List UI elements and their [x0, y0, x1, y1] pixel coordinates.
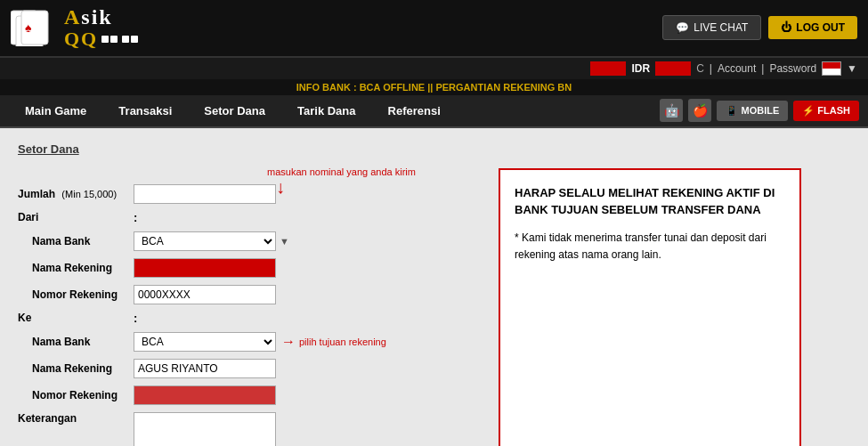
main-content: Setor Dana masukan nominal yang anda kir… [0, 128, 868, 446]
ke-rekening-label: Nama Rekening [18, 362, 134, 375]
section-title: Setor Dana [18, 142, 850, 156]
nav-setor-dana[interactable]: Setor Dana [188, 95, 281, 126]
dari-nomor-row: Nomor Rekening 0000XXXX [18, 285, 481, 304]
ke-bank-label: Nama Bank [18, 336, 134, 348]
dari-rekening-label: Nama Rekening [18, 262, 134, 274]
dari-row: Dari : [18, 211, 481, 224]
ke-rekening-row: Nama Rekening AGUS RIYANTO [18, 359, 481, 378]
idr-block: IDR C | Account | Password ▼ [590, 61, 857, 76]
svg-text:♠: ♠ [25, 20, 32, 35]
dari-bank-label: Nama Bank [18, 235, 134, 247]
ke-hint-area: → pilih tujuan rekening [281, 334, 386, 350]
hint-top-area: masukan nominal yang anda kirim ↓ [267, 166, 416, 177]
form-right-panel: HARAP SELALU MELIHAT REKENING AKTIF DI B… [499, 168, 801, 446]
livechat-label: LIVE CHAT [694, 21, 748, 34]
keterangan-label: Keterangan [18, 412, 134, 425]
dari-bank-select[interactable]: BCA [134, 231, 276, 251]
refresh-icon[interactable]: C [696, 62, 704, 75]
power-icon: ⏻ [781, 21, 791, 34]
form-area: masukan nominal yang anda kirim ↓ Jumlah… [18, 168, 850, 446]
dari-label: Dari [18, 211, 134, 223]
logo-text: Asik QQ [64, 5, 138, 51]
dari-nomor-input[interactable]: 0000XXXX [134, 285, 276, 304]
dari-nomor-label: Nomor Rekening [18, 288, 134, 301]
header-buttons: 💬 LIVE CHAT ⏻ LOG OUT [662, 15, 857, 40]
nav-referensi[interactable]: Referensi [372, 95, 457, 126]
logo-area: ♠ Asik QQ [11, 5, 138, 51]
right-title: HARAP SELALU MELIHAT REKENING AKTIF DI B… [515, 184, 785, 219]
balance-bar [590, 61, 626, 76]
ke-nomor-input[interactable] [134, 385, 276, 405]
ke-bank-row: Nama Bank BCA → pilih tujuan rekening [18, 332, 481, 352]
logout-button[interactable]: ⏻ LOG OUT [768, 16, 857, 39]
ke-label: Ke [18, 312, 134, 324]
android-icon[interactable]: 🤖 [660, 99, 683, 122]
chat-icon: 💬 [676, 21, 689, 34]
flag-icon [822, 61, 841, 76]
ke-row: Ke : [18, 312, 481, 325]
keterangan-row: Keterangan [18, 412, 481, 446]
password-link[interactable]: Password [769, 62, 816, 75]
jumlah-input[interactable] [134, 184, 276, 204]
right-note: * Kami tidak menerima transfer tunai dan… [515, 230, 785, 264]
apple-icon[interactable]: 🍎 [688, 99, 711, 122]
nav-right: 🤖 🍎 📱 MOBILE ⚡ FLASH [660, 99, 859, 122]
keterangan-input[interactable] [134, 412, 276, 446]
dari-rekening-row: Nama Rekening [18, 258, 481, 278]
flash-icon: ⚡ [802, 105, 815, 116]
ke-rekening-input[interactable]: AGUS RIYANTO [134, 359, 276, 378]
balance-bar2 [655, 61, 691, 76]
mobile-button[interactable]: 📱 MOBILE [717, 101, 788, 121]
flash-button[interactable]: ⚡ FLASH [793, 101, 859, 121]
topbar: IDR C | Account | Password ▼ [0, 58, 868, 79]
logout-label: LOG OUT [796, 21, 845, 34]
nav-links: Main Game Transaksi Setor Dana Tarik Dan… [9, 95, 457, 126]
ke-bank-select[interactable]: BCA [134, 332, 276, 352]
livechat-button[interactable]: 💬 LIVE CHAT [662, 15, 761, 40]
infobar: INFO BANK : BCA OFFLINE || PERGANTIAN RE… [0, 79, 868, 95]
dari-rekening-input[interactable] [134, 258, 276, 278]
account-link[interactable]: Account [718, 62, 756, 75]
flash-label: FLASH [817, 105, 850, 116]
jumlah-label: Jumlah (Min 15,000) [18, 188, 134, 200]
ke-hint-text: pilih tujuan rekening [299, 337, 386, 347]
form-left: masukan nominal yang anda kirim ↓ Jumlah… [18, 168, 481, 446]
nav-main-game[interactable]: Main Game [9, 95, 102, 126]
nav-transaksi[interactable]: Transaksi [102, 95, 188, 126]
ke-nomor-label: Nomor Rekening [18, 389, 134, 401]
infobar-text: INFO BANK : BCA OFFLINE || PERGANTIAN RE… [296, 82, 572, 93]
currency-label: IDR [631, 62, 650, 75]
hint-top-text: masukan nominal yang anda kirim [267, 166, 416, 177]
logo-cards-icon: ♠ [11, 9, 59, 46]
mobile-icon: 📱 [726, 105, 738, 116]
jumlah-row: Jumlah (Min 15,000) [18, 184, 481, 204]
dari-bank-row: Nama Bank BCA ▼ [18, 231, 481, 251]
navbar: Main Game Transaksi Setor Dana Tarik Dan… [0, 95, 868, 128]
header: ♠ Asik QQ 💬 LIVE CHAT ⏻ LOG OUT [0, 0, 868, 58]
logo-qq: QQ [64, 28, 98, 50]
nav-tarik-dana[interactable]: Tarik Dana [281, 95, 372, 126]
mobile-label: MOBILE [741, 105, 779, 116]
dropdown-icon[interactable]: ▼ [847, 62, 857, 75]
ke-nomor-row: Nomor Rekening [18, 385, 481, 405]
arrow-down-icon: ↓ [276, 177, 285, 198]
arrow-right-icon: → [281, 334, 296, 350]
